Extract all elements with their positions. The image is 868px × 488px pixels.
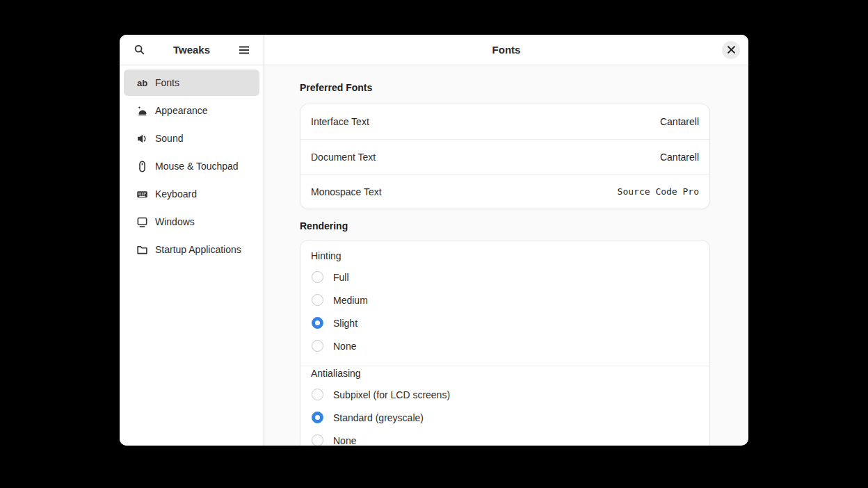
radio-button[interactable] xyxy=(312,271,323,283)
group-antialiasing: Antialiasing Subpixel (for LCD screens) … xyxy=(300,366,709,446)
radio-option-subpixel-for-lcd-screens[interactable]: Subpixel (for LCD screens) xyxy=(300,383,709,406)
main-panel: Fonts Preferred Fonts Interface Text Can… xyxy=(264,35,748,446)
close-icon xyxy=(728,46,735,54)
preferred-fonts-card: Interface Text Cantarell Document Text C… xyxy=(300,104,710,209)
sidebar-item-windows[interactable]: Windows xyxy=(124,209,259,235)
sidebar-item-startup-applications[interactable]: Startup Applications xyxy=(124,236,259,263)
menu-button[interactable] xyxy=(234,40,255,60)
font-row-monospace-text[interactable]: Monospace Text Source Code Pro xyxy=(300,174,709,209)
monitor-icon xyxy=(136,216,148,228)
group-label: Antialiasing xyxy=(311,366,699,380)
radio-option-standard-greyscale[interactable]: Standard (greyscale) xyxy=(300,406,709,429)
radio-button[interactable] xyxy=(312,389,323,400)
group-hinting: Hinting Full Medium Slight None xyxy=(300,249,709,357)
radio-option-full[interactable]: Full xyxy=(300,266,709,288)
radio-option-none[interactable]: None xyxy=(300,334,709,357)
tweaks-window: Tweaks ab Fonts Appearance Sound Mouse &… xyxy=(120,35,748,446)
sidebar-list: ab Fonts Appearance Sound Mouse & Touchp… xyxy=(120,65,264,268)
rendering-card: Hinting Full Medium Slight None Antialia… xyxy=(300,240,710,446)
radio-option-medium[interactable]: Medium xyxy=(300,288,709,311)
fonts-page: Preferred Fonts Interface Text Cantarell… xyxy=(264,65,748,446)
sidebar-item-fonts[interactable]: ab Fonts xyxy=(124,70,259,96)
radio-option-none[interactable]: None xyxy=(300,429,709,446)
rendering-heading: Rendering xyxy=(300,219,710,233)
hamburger-menu-icon xyxy=(239,45,250,55)
sidebar-item-mouse-touchpad[interactable]: Mouse & Touchpad xyxy=(124,153,259,179)
radio-button[interactable] xyxy=(312,340,323,352)
page-title: Fonts xyxy=(492,44,521,56)
app-title: Tweaks xyxy=(150,44,234,56)
preferred-fonts-heading: Preferred Fonts xyxy=(300,81,710,95)
font-row-interface-text[interactable]: Interface Text Cantarell xyxy=(300,104,709,139)
search-button[interactable] xyxy=(129,40,150,60)
search-icon xyxy=(134,44,145,56)
sidebar-item-appearance[interactable]: Appearance xyxy=(124,97,259,124)
close-button[interactable] xyxy=(722,41,740,59)
radio-option-slight[interactable]: Slight xyxy=(300,311,709,334)
radio-button[interactable] xyxy=(312,294,323,306)
speaker-icon xyxy=(136,133,148,145)
sidebar-item-keyboard[interactable]: Keyboard xyxy=(124,181,259,207)
folder-icon xyxy=(136,244,148,256)
font-row-document-text[interactable]: Document Text Cantarell xyxy=(300,139,709,174)
main-headerbar: Fonts xyxy=(264,35,748,65)
radio-button[interactable] xyxy=(312,434,323,446)
appearance-icon xyxy=(136,105,148,117)
radio-button[interactable] xyxy=(312,317,323,329)
keyboard-icon xyxy=(136,188,148,200)
sidebar-item-sound[interactable]: Sound xyxy=(124,125,259,152)
sidebar-headerbar: Tweaks xyxy=(120,35,264,65)
sidebar: Tweaks ab Fonts Appearance Sound Mouse &… xyxy=(120,35,264,446)
mouse-icon xyxy=(136,161,148,172)
ab-icon: ab xyxy=(136,77,148,89)
radio-button[interactable] xyxy=(312,412,323,423)
group-label: Hinting xyxy=(311,249,699,263)
